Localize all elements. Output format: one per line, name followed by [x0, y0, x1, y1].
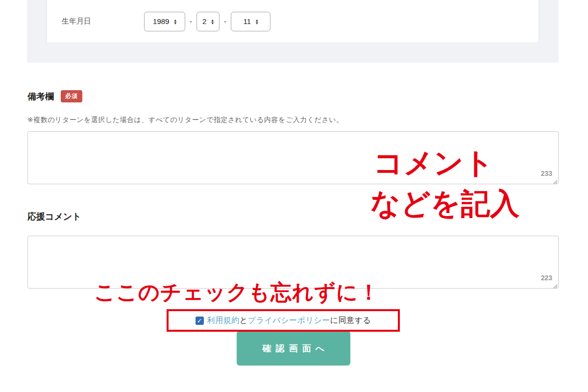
- form-section-personal-info: 生年月日 1989 ▴▾ - 2 ▴▾ - 11: [27, 0, 559, 63]
- required-badge: 必須: [61, 90, 82, 102]
- birthdate-label: 生年月日: [62, 17, 144, 26]
- select-spinner-icon: ▴▾: [256, 19, 258, 24]
- birth-year-select[interactable]: 1989 ▴▾: [144, 12, 185, 31]
- birthdate-card: 生年月日 1989 ▴▾ - 2 ▴▾ - 11: [47, 0, 539, 43]
- confirm-button[interactable]: 確認画面へ: [237, 331, 350, 366]
- birthdate-selects: 1989 ▴▾ - 2 ▴▾ - 11 ▴▾: [144, 12, 270, 31]
- birth-month-value: 2: [202, 17, 206, 25]
- remarks-char-counter: 233: [541, 170, 552, 177]
- terms-link[interactable]: 利用規約: [207, 316, 240, 324]
- select-spinner-icon: ▴▾: [211, 19, 214, 24]
- check-icon: ✓: [197, 317, 202, 325]
- privacy-policy-link[interactable]: プライバシーポリシー: [248, 316, 330, 324]
- birth-day-select[interactable]: 11 ▴▾: [231, 12, 270, 31]
- select-spinner-icon: ▴▾: [174, 19, 176, 24]
- birth-day-value: 11: [243, 17, 251, 25]
- agreement-highlight-box: ✓ 利用規約とプライバシーポリシーに同意する: [167, 309, 400, 332]
- remarks-label: 備考欄: [27, 91, 54, 102]
- date-separator: -: [190, 17, 192, 25]
- annotation-check-reminder: ここのチェックも忘れずに！: [94, 282, 380, 303]
- support-comment-label: 応援コメント: [27, 211, 81, 222]
- date-separator: -: [224, 17, 226, 25]
- annotation-comment-line2: などを記入: [370, 189, 519, 219]
- birth-year-value: 1989: [153, 17, 169, 25]
- birth-month-select[interactable]: 2 ▴▾: [196, 12, 220, 31]
- annotation-comment-line1: コメント: [373, 148, 494, 178]
- agreement-checkbox[interactable]: ✓: [196, 317, 204, 325]
- checkout-form-page: 生年月日 1989 ▴▾ - 2 ▴▾ - 11: [0, 0, 588, 392]
- support-char-counter: 223: [541, 274, 552, 282]
- resize-grip-icon[interactable]: [552, 282, 558, 288]
- agreement-row[interactable]: ✓ 利用規約とプライバシーポリシーに同意する: [196, 316, 371, 326]
- remarks-header: 備考欄 必須: [27, 90, 82, 102]
- agreement-text: 利用規約とプライバシーポリシーに同意する: [207, 316, 371, 326]
- resize-grip-icon[interactable]: [552, 177, 558, 183]
- remarks-note: ※複数のリターンを選択した場合は、すべてのリターンで指定されている内容をご入力く…: [27, 116, 343, 124]
